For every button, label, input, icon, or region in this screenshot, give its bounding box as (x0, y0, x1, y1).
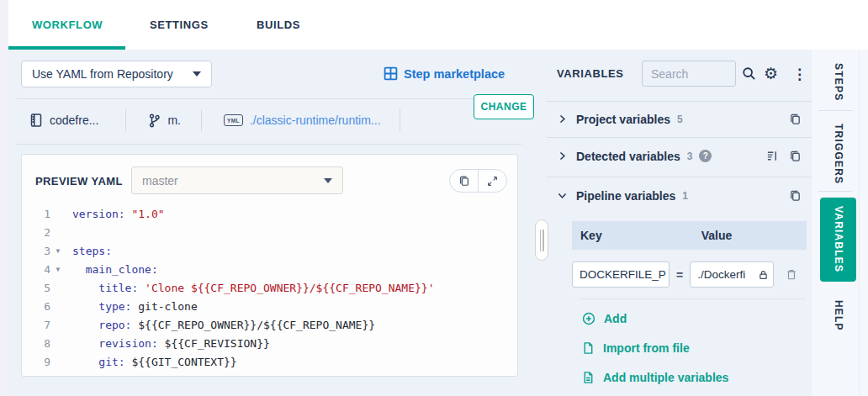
section-detected-variables[interactable]: Detected variables 3 ? (547, 138, 812, 174)
help-icon[interactable]: ? (699, 150, 712, 162)
divider (859, 50, 860, 396)
equals-sign: = (676, 268, 683, 282)
add-multiple-variables-button[interactable]: Add multiple variables (582, 371, 728, 384)
change-button[interactable]: CHANGE (474, 94, 534, 119)
yaml-code-editor: 1version: "1.0" 2 3▼steps: 4▼ main_clone… (22, 205, 517, 372)
variables-search[interactable] (642, 61, 736, 87)
tab-workflow[interactable]: WORKFLOW (32, 18, 103, 31)
expand-yaml-button[interactable] (478, 170, 506, 192)
panel-resize-handle[interactable] (535, 219, 548, 261)
chevron-down-icon (557, 190, 568, 201)
code-line: 5 title: 'Clone ${{CF_REPO_OWNER}}/${{CF… (22, 279, 517, 298)
yaml-path-link[interactable]: ./classic-runtime/runtim... (250, 114, 381, 127)
import-from-file-button[interactable]: Import from file (582, 341, 690, 355)
divider (17, 98, 521, 99)
side-tab-variables[interactable]: VARIABLES (820, 198, 856, 282)
separator (400, 109, 400, 131)
code-line: 1version: "1.0" (22, 205, 517, 224)
copy-icon[interactable] (789, 189, 802, 202)
tab-settings[interactable]: SETTINGS (150, 18, 209, 31)
card-toolbar (449, 169, 507, 193)
yaml-source-dropdown[interactable]: Use YAML from Repository (21, 61, 212, 87)
section-label: Project variables (576, 113, 670, 126)
fold-arrow-icon[interactable] (50, 224, 66, 242)
variable-row: = (572, 261, 810, 288)
key-column-header: Key (580, 229, 602, 242)
action-label: Add multiple variables (603, 371, 728, 384)
section-label: Detected variables (576, 150, 680, 163)
fold-arrow-icon[interactable]: ▼ (50, 242, 66, 261)
side-tab-triggers[interactable]: TRIGGERS (820, 122, 856, 186)
fold-arrow-icon[interactable] (50, 353, 66, 372)
copy-yaml-button[interactable] (450, 170, 478, 192)
section-count: 1 (682, 190, 688, 202)
code-line: 9 git: ${{GIT_CONTEXT}} (22, 353, 517, 372)
code-key: repo: (72, 319, 131, 331)
variable-key-field[interactable] (572, 261, 670, 288)
copy-icon[interactable] (789, 113, 802, 125)
separator (201, 109, 202, 131)
sort-format-icon[interactable] (766, 150, 779, 162)
variable-value-input[interactable] (691, 268, 758, 281)
yml-file-icon: YML (224, 114, 243, 126)
chevron-right-icon (557, 114, 568, 124)
search-input[interactable] (643, 61, 735, 86)
add-variable-button[interactable]: Add (582, 312, 627, 325)
preview-yaml-card: PREVIEW YAML master 1version: "1.0" (21, 154, 518, 377)
divider (818, 110, 852, 111)
page-left-margin (0, 0, 8, 396)
line-number: 5 (22, 279, 50, 298)
side-tab-strip: STEPS TRIGGERS VARIABLES HELP (812, 50, 868, 396)
section-pipeline-variables[interactable]: Pipeline variables 1 (547, 177, 812, 214)
step-marketplace-link[interactable]: Step marketplace (384, 66, 505, 81)
repo-name[interactable]: codefre... (50, 114, 98, 127)
code-value: ${{CF_REVISION}} (158, 337, 270, 350)
side-tab-steps[interactable]: STEPS (820, 56, 856, 108)
section-count: 5 (677, 114, 683, 125)
variable-key-input[interactable] (573, 268, 669, 281)
delete-variable-icon[interactable] (786, 268, 797, 281)
divider (818, 191, 852, 192)
code-key: git: (72, 356, 125, 368)
line-number: 1 (22, 205, 50, 224)
fold-arrow-icon[interactable] (50, 335, 66, 353)
code-string: 'Clone ${{CF_REPO_OWNER}}/${{CF_REPO_NAM… (138, 282, 434, 294)
fold-arrow-icon[interactable]: ▼ (50, 261, 66, 279)
yaml-source-label: Use YAML from Repository (32, 67, 173, 81)
file-plus-icon (582, 371, 595, 384)
variables-panel-title: VARIABLES (557, 67, 624, 80)
separator (125, 109, 126, 131)
tab-builds[interactable]: BUILDS (257, 18, 300, 31)
code-line: 7 repo: ${{CF_REPO_OWNER}}/${{CF_REPO_NA… (22, 316, 517, 335)
side-tab-help[interactable]: HELP (820, 295, 856, 335)
kebab-menu-icon[interactable]: ⋮ (792, 67, 807, 82)
code-value: ${{CF_REPO_OWNER}}/${{CF_REPO_NAME}} (131, 319, 375, 331)
fold-arrow-icon[interactable] (50, 279, 66, 298)
branch-name[interactable]: m. (167, 114, 181, 127)
section-project-variables[interactable]: Project variables 5 (547, 101, 812, 137)
code-key: main_clone: (72, 263, 158, 276)
code-value: ${{GIT_CONTEXT}} (125, 356, 237, 368)
code-value: git-clone (131, 300, 197, 313)
code-key: type: (72, 300, 131, 313)
code-line: 6 type: git-clone (22, 298, 517, 316)
repo-info-bar: codefre... m. YML ./classic-runtime/runt… (21, 104, 517, 136)
gear-icon[interactable]: ⚙ (764, 66, 778, 82)
lock-icon[interactable] (758, 269, 769, 281)
chevron-right-icon (557, 150, 568, 161)
code-line: 8 revision: ${{CF_REVISION}} (22, 335, 517, 353)
variable-value-field[interactable] (690, 261, 774, 288)
fold-arrow-icon[interactable] (50, 316, 66, 335)
divider (17, 144, 521, 145)
fold-arrow-icon[interactable] (50, 205, 66, 224)
top-tab-bar: WORKFLOW SETTINGS BUILDS (8, 0, 868, 50)
action-label: Import from file (603, 341, 690, 355)
search-icon[interactable] (742, 66, 756, 81)
section-count: 3 (687, 150, 693, 162)
branch-selector[interactable]: master (131, 166, 343, 194)
copy-icon[interactable] (789, 150, 802, 162)
code-key: steps: (72, 245, 112, 257)
fold-arrow-icon[interactable] (50, 298, 66, 316)
preview-yaml-title: PREVIEW YAML (35, 175, 123, 187)
section-label: Pipeline variables (576, 189, 675, 203)
